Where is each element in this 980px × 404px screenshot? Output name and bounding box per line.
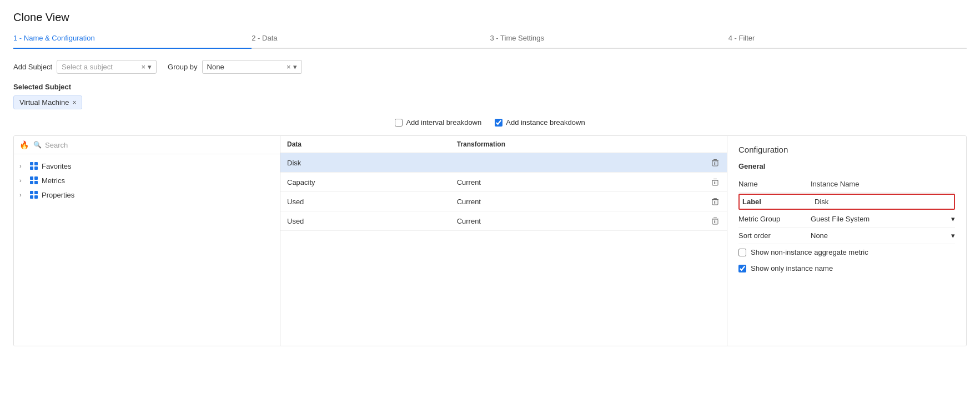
table-row[interactable]: Used Current <box>280 192 727 211</box>
svg-rect-5 <box>34 176 38 180</box>
flame-icon: 🔥 <box>19 140 29 149</box>
step-4[interactable]: 4 - Filter <box>728 34 967 48</box>
config-title: Configuration <box>738 145 955 154</box>
svg-rect-7 <box>34 181 38 184</box>
group-by-chevron-icon[interactable]: ▾ <box>293 63 297 71</box>
row-used2-data: Used <box>280 211 450 231</box>
row-used1-data: Used <box>280 192 450 211</box>
config-value-name: Instance Name <box>811 180 955 188</box>
step-2[interactable]: 2 - Data <box>252 34 490 48</box>
page-title: Clone View <box>13 11 967 24</box>
instance-breakdown-label: Add instance breakdown <box>506 118 585 127</box>
tree-content: › Favorites › <box>14 154 280 346</box>
config-value-label: Disk <box>815 198 951 206</box>
search-icon: 🔍 <box>33 141 42 149</box>
table-row[interactable]: Used Current <box>280 211 727 231</box>
main-content: 🔥 🔍 › <box>13 135 967 346</box>
interval-breakdown-checkbox[interactable] <box>395 119 403 127</box>
search-input[interactable] <box>45 141 274 149</box>
instance-name-label: Show only instance name <box>751 264 833 272</box>
metrics-icon <box>29 176 38 185</box>
group-by-label: Group by <box>168 63 197 71</box>
svg-rect-2 <box>30 166 33 170</box>
delete-used1-button[interactable] <box>710 196 720 206</box>
col-action <box>703 136 727 153</box>
svg-rect-10 <box>30 195 33 199</box>
metric-group-select[interactable]: Guest File System ▾ <box>811 215 955 223</box>
config-key-label: Label <box>742 198 815 206</box>
config-key-name: Name <box>738 180 811 188</box>
tree-toggle-favorites: › <box>19 163 26 169</box>
sort-order-value: None <box>811 231 828 240</box>
add-subject-clear-icon[interactable]: × <box>142 63 146 71</box>
tree-item-properties[interactable]: › Properties <box>14 188 280 202</box>
instance-breakdown-checkbox[interactable] <box>495 119 502 127</box>
interval-breakdown-item: Add interval breakdown <box>395 118 481 127</box>
tree-toggle-metrics: › <box>19 177 26 184</box>
svg-rect-19 <box>712 180 718 185</box>
svg-rect-6 <box>30 181 33 184</box>
config-row-name: Name Instance Name <box>738 176 955 193</box>
row-capacity-data: Capacity <box>280 173 450 192</box>
svg-rect-15 <box>714 162 715 165</box>
config-row-metric-group: Metric Group Guest File System ▾ <box>738 211 955 228</box>
svg-rect-24 <box>712 200 718 205</box>
add-subject-select[interactable]: Select a subject × ▾ <box>57 60 157 74</box>
favorites-icon <box>29 161 38 170</box>
metric-group-chevron-icon: ▾ <box>951 215 955 223</box>
svg-rect-14 <box>712 161 718 166</box>
checkboxes-row: Add interval breakdown Add instance brea… <box>13 118 967 127</box>
instance-name-checkbox[interactable] <box>738 265 746 272</box>
row-disk-transformation <box>450 153 703 173</box>
svg-rect-3 <box>34 166 38 170</box>
delete-disk-button[interactable] <box>710 158 720 168</box>
svg-rect-30 <box>714 220 715 223</box>
add-subject-group: Add Subject Select a subject × ▾ <box>13 60 157 74</box>
aggregate-metric-label: Show non-instance aggregate metric <box>751 248 868 256</box>
delete-capacity-button[interactable] <box>710 177 720 187</box>
middle-panel: Data Transformation Disk <box>280 136 727 346</box>
svg-rect-26 <box>716 201 716 204</box>
step-3[interactable]: 3 - Time Settings <box>490 34 728 48</box>
delete-used2-button[interactable] <box>710 216 720 226</box>
config-checkbox-instance-name: Show only instance name <box>738 260 955 276</box>
svg-rect-0 <box>30 162 33 165</box>
table-row[interactable]: Capacity Current <box>280 173 727 192</box>
search-box: 🔍 <box>33 141 274 149</box>
tree-toggle-properties: › <box>19 191 26 198</box>
step-1[interactable]: 1 - Name & Configuration <box>13 34 252 48</box>
group-by-clear-icon[interactable]: × <box>287 63 291 71</box>
col-data: Data <box>280 136 450 153</box>
left-panel: 🔥 🔍 › <box>14 136 280 346</box>
svg-rect-18 <box>713 179 717 179</box>
page-container: Clone View 1 - Name & Configuration 2 - … <box>0 0 980 404</box>
svg-rect-4 <box>30 176 33 180</box>
svg-rect-9 <box>34 191 38 194</box>
properties-icon <box>29 190 38 199</box>
selected-subject-section: Selected Subject Virtual Machine × <box>13 83 967 109</box>
tree-label-properties: Properties <box>42 191 74 199</box>
config-section-title: General <box>738 162 955 170</box>
sort-order-select[interactable]: None ▾ <box>811 231 955 240</box>
config-key-metric-group: Metric Group <box>738 215 811 223</box>
sort-order-chevron-icon: ▾ <box>951 231 955 240</box>
group-by-select[interactable]: None × ▾ <box>202 60 302 74</box>
table-row[interactable]: Disk <box>280 153 727 173</box>
group-by-value: None <box>207 63 282 71</box>
instance-breakdown-item: Add instance breakdown <box>495 118 585 127</box>
subject-tag-text: Virtual Machine <box>19 98 69 107</box>
tree-item-metrics[interactable]: › Metrics <box>14 173 280 188</box>
svg-rect-29 <box>712 219 718 224</box>
aggregate-metric-checkbox[interactable] <box>738 249 746 256</box>
svg-rect-13 <box>713 159 717 160</box>
left-panel-header: 🔥 🔍 <box>14 136 280 154</box>
group-by-controls: × ▾ <box>287 63 297 71</box>
add-subject-chevron-icon[interactable]: ▾ <box>148 63 152 71</box>
config-row-label: Label Disk <box>738 194 955 210</box>
interval-breakdown-label: Add interval breakdown <box>406 118 481 127</box>
subject-tag-close-icon[interactable]: × <box>72 99 76 107</box>
add-subject-label: Add Subject <box>13 63 52 71</box>
add-subject-placeholder: Select a subject <box>62 63 137 71</box>
tree-item-favorites[interactable]: › Favorites <box>14 159 280 173</box>
group-by-group: Group by None × ▾ <box>168 60 301 74</box>
